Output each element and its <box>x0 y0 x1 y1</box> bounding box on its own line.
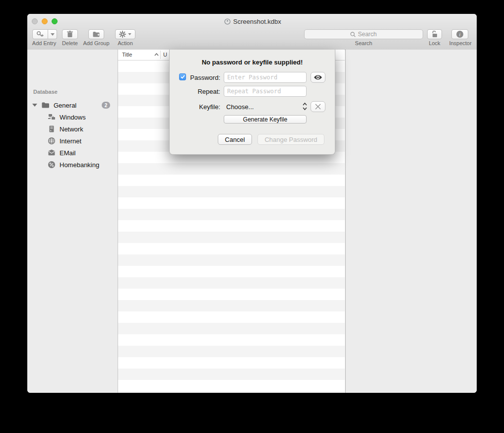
sidebar-item-label: Internet <box>60 137 81 145</box>
sidebar-item-windows[interactable]: Windows <box>27 112 118 123</box>
window-title: Screenshot.kdbx <box>233 18 281 25</box>
window-chrome: Screenshot.kdbx Add Entry Delete Add Gro… <box>27 14 477 50</box>
app-window: Screenshot.kdbx Add Entry Delete Add Gro… <box>27 14 477 393</box>
sidebar-item-label: Network <box>60 125 83 133</box>
action-dropdown-arrow-icon <box>128 33 131 35</box>
dialog-password-label: Password: <box>188 74 220 81</box>
column-header-title[interactable]: Title <box>122 52 132 58</box>
stepper-icon[interactable] <box>303 102 307 111</box>
entry-count-badge: 2 <box>102 102 110 109</box>
server-icon <box>48 125 56 133</box>
generate-keyfile-button[interactable]: Generate Keyfile <box>224 115 307 124</box>
search-placeholder: Search <box>358 31 377 38</box>
action-label: Action <box>115 40 135 46</box>
folder-plus-icon <box>93 31 100 37</box>
gear-icon <box>119 31 126 38</box>
document-proxy-icon <box>224 18 231 25</box>
search-icon <box>350 32 356 37</box>
sidebar-item-label: Windows <box>60 114 86 121</box>
clear-keyfile-button[interactable] <box>311 101 325 112</box>
sidebar-item-email[interactable]: EMail <box>27 147 118 158</box>
minimize-button[interactable] <box>42 18 48 24</box>
globe-icon <box>48 137 56 145</box>
sidebar-item-internet[interactable]: Internet <box>27 135 118 146</box>
inspector-panel: A Thing General Files Custom Autotype Ti… <box>345 50 477 393</box>
percent-icon <box>48 161 56 169</box>
inspector-button[interactable]: i <box>451 29 468 39</box>
key-plus-icon[interactable] <box>32 29 48 39</box>
dialog-keyfile-label: Keyfile: <box>188 103 220 111</box>
cancel-button[interactable]: Cancel <box>218 134 252 145</box>
window-title-area: Screenshot.kdbx <box>224 17 281 26</box>
close-button[interactable] <box>32 18 38 24</box>
clear-x-icon <box>315 104 321 110</box>
inspector-label: Inspector <box>447 40 473 46</box>
add-group-button[interactable] <box>88 29 104 39</box>
info-icon: i <box>456 31 463 38</box>
sidebar-item-homebanking[interactable]: Homebanking <box>27 159 118 170</box>
keyfile-popup[interactable]: Choose... <box>226 103 254 111</box>
zoom-button[interactable] <box>52 18 58 24</box>
svg-text:i: i <box>459 32 461 37</box>
lock-open-icon <box>432 31 438 38</box>
sidebar-item-label: Homebanking <box>60 161 99 169</box>
lock-button[interactable] <box>427 29 442 39</box>
sidebar: Database General 2 Windows Network <box>27 50 118 393</box>
column-header-username[interactable]: U <box>163 52 167 58</box>
sidebar-section-header: Database <box>33 89 58 95</box>
dialog-repeat-label: Repeat: <box>188 88 220 95</box>
windows-network-icon <box>48 113 56 121</box>
envelope-icon <box>48 149 56 157</box>
lock-label: Lock <box>427 40 442 46</box>
dialog-reveal-password-button[interactable] <box>311 72 325 83</box>
enter-password-input[interactable] <box>224 72 307 83</box>
add-entry-dropdown-arrow-icon[interactable] <box>48 29 57 39</box>
sort-ascending-icon <box>154 53 159 56</box>
sidebar-item-general[interactable]: General 2 <box>27 100 118 111</box>
sidebar-item-network[interactable]: Network <box>27 124 118 134</box>
sidebar-item-label: EMail <box>60 149 76 157</box>
eye-icon <box>314 74 322 80</box>
password-checkbox[interactable] <box>179 73 186 80</box>
trash-icon <box>67 31 73 38</box>
desktop: { "window": { "title": "Screenshot.kdbx"… <box>0 0 504 433</box>
dialog-message: No password or keyfile supplied! <box>170 59 335 66</box>
action-button[interactable] <box>115 29 135 39</box>
disclosure-triangle-icon[interactable] <box>32 104 37 107</box>
checkmark-icon <box>181 75 185 79</box>
add-entry-label: Add Entry <box>30 40 58 46</box>
add-group-label: Add Group <box>79 40 114 46</box>
sidebar-item-label: General <box>54 102 76 109</box>
search-label: Search <box>349 40 378 46</box>
change-password-sheet: No password or keyfile supplied! Passwor… <box>169 50 335 155</box>
delete-button[interactable] <box>62 29 78 39</box>
add-entry-button[interactable] <box>32 29 57 39</box>
folder-icon <box>42 101 50 109</box>
repeat-password-input[interactable] <box>224 86 307 97</box>
column-divider[interactable] <box>160 51 161 59</box>
search-input[interactable]: Search <box>304 29 423 39</box>
change-password-button[interactable]: Change Password <box>257 134 324 145</box>
